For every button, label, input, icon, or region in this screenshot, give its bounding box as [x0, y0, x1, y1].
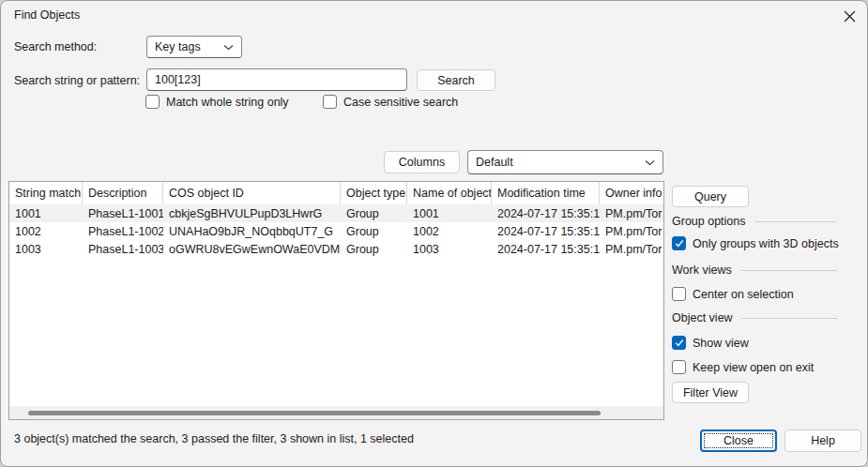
- checkbox-box[interactable]: [323, 95, 337, 109]
- search-button[interactable]: Search: [417, 69, 495, 91]
- cell-owner-info: PM.pm/Tor: [600, 207, 663, 220]
- search-pattern-value: 100[123]: [155, 73, 201, 86]
- cell-string-match: 1002: [9, 225, 83, 238]
- results-table: String match Description COS object ID O…: [8, 181, 664, 420]
- search-method-label: Search method:: [14, 40, 97, 53]
- cell-description: PhaseL1-1001: [83, 207, 163, 220]
- column-header[interactable]: COS object ID: [163, 182, 341, 204]
- search-pattern-label: Search string or pattern:: [14, 74, 140, 87]
- columns-button[interactable]: Columns: [384, 151, 460, 173]
- cell-description: PhaseL1-1003: [83, 243, 163, 256]
- search-pattern-input[interactable]: 100[123]: [146, 68, 407, 91]
- filter-view-button[interactable]: Filter View: [672, 382, 749, 403]
- close-icon[interactable]: [831, 3, 867, 29]
- table-row[interactable]: 1001 PhaseL1-1001 cbkjeSgBHVULPupD3LHwrG…: [9, 204, 663, 222]
- checkbox-box[interactable]: [672, 336, 686, 350]
- section-divider: [740, 270, 837, 271]
- status-bar-text: 3 object(s) matched the search, 3 passed…: [14, 432, 414, 445]
- checkbox-box[interactable]: [672, 236, 686, 250]
- search-method-select[interactable]: Key tags: [146, 36, 242, 58]
- match-whole-label: Match whole string only: [166, 96, 289, 109]
- only-groups-3d-label: Only groups with 3D objects: [693, 237, 839, 250]
- keep-view-open-label: Keep view open on exit: [693, 361, 814, 374]
- cell-string-match: 1003: [9, 243, 83, 256]
- cell-description: PhaseL1-1002: [83, 225, 163, 238]
- case-sensitive-checkbox[interactable]: Case sensitive search: [323, 95, 458, 109]
- cell-object-type: Group: [341, 225, 407, 238]
- cell-cos-object-id: oGWRU8vEGwEwnOWaE0VDMm: [163, 243, 341, 256]
- find-objects-dialog: Find Objects Search method: Key tags Sea…: [0, 0, 868, 467]
- columns-preset-select[interactable]: Default: [467, 150, 663, 174]
- column-header[interactable]: String match: [9, 182, 83, 204]
- columns-preset-value: Default: [476, 156, 639, 169]
- show-view-label: Show view: [693, 337, 749, 350]
- table-row[interactable]: 1003 PhaseL1-1003 oGWRU8vEGwEwnOWaE0VDMm…: [9, 240, 663, 258]
- column-header[interactable]: Owner info: [600, 182, 663, 204]
- cell-cos-object-id: UNAHaO9bJR_NOqbbqUT7_G: [163, 225, 341, 238]
- column-header[interactable]: Modification time: [492, 182, 600, 204]
- object-view-section: Object view: [672, 311, 837, 324]
- checkbox-box[interactable]: [672, 360, 686, 374]
- object-view-label: Object view: [672, 311, 733, 324]
- cell-modification-time: 2024-07-17 15:35:15: [492, 225, 600, 238]
- checkbox-box[interactable]: [672, 287, 686, 301]
- scrollbar-thumb[interactable]: [28, 411, 601, 415]
- cell-name-of-object: 1002: [407, 225, 492, 238]
- work-views-label: Work views: [672, 264, 732, 277]
- chevron-down-icon: [645, 159, 655, 166]
- cell-owner-info: PM.pm/Tor: [600, 243, 663, 256]
- center-on-selection-checkbox[interactable]: Center on selection: [672, 287, 794, 301]
- search-method-value: Key tags: [155, 40, 218, 53]
- column-header[interactable]: Object type: [341, 182, 407, 204]
- query-button[interactable]: Query: [672, 186, 749, 207]
- horizontal-scrollbar[interactable]: [9, 406, 663, 419]
- cell-string-match: 1001: [9, 207, 83, 220]
- cell-modification-time: 2024-07-17 15:35:15: [492, 207, 600, 220]
- table-row[interactable]: 1002 PhaseL1-1002 UNAHaO9bJR_NOqbbqUT7_G…: [9, 222, 663, 240]
- dialog-title: Find Objects: [14, 8, 80, 22]
- help-button[interactable]: Help: [784, 429, 861, 452]
- group-options-section: Group options: [672, 215, 837, 228]
- table-header: String match Description COS object ID O…: [9, 182, 663, 204]
- group-options-label: Group options: [672, 215, 746, 228]
- cell-object-type: Group: [341, 243, 407, 256]
- cell-name-of-object: 1003: [407, 243, 492, 256]
- only-groups-3d-checkbox[interactable]: Only groups with 3D objects: [672, 236, 839, 250]
- match-whole-checkbox[interactable]: Match whole string only: [145, 95, 289, 109]
- section-divider: [754, 221, 837, 222]
- case-sensitive-label: Case sensitive search: [343, 96, 458, 109]
- cell-cos-object-id: cbkjeSgBHVULPupD3LHwrG: [163, 207, 341, 220]
- column-header[interactable]: Name of object: [407, 182, 492, 204]
- cell-owner-info: PM.pm/Tor: [600, 225, 663, 238]
- cell-object-type: Group: [341, 207, 407, 220]
- center-on-selection-label: Center on selection: [693, 288, 794, 301]
- section-divider: [741, 318, 837, 319]
- show-view-checkbox[interactable]: Show view: [672, 336, 749, 350]
- work-views-section: Work views: [672, 264, 837, 277]
- cell-modification-time: 2024-07-17 15:35:15: [492, 243, 600, 256]
- close-button[interactable]: Close: [700, 429, 777, 452]
- checkbox-box[interactable]: [145, 95, 160, 109]
- chevron-down-icon: [223, 44, 234, 51]
- keep-view-open-checkbox[interactable]: Keep view open on exit: [672, 360, 814, 374]
- column-header[interactable]: Description: [83, 182, 163, 204]
- cell-name-of-object: 1001: [407, 207, 492, 220]
